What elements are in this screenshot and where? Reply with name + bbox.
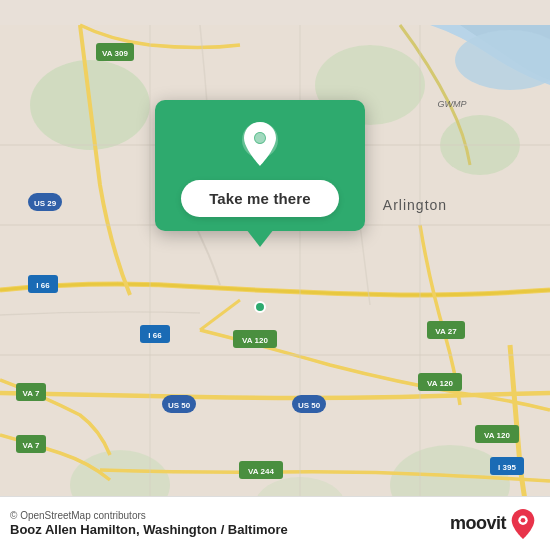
map-svg: VA 309 US 29 I 66 I 66 VA 120 VA 7 VA 7 …	[0, 0, 550, 550]
popup-card: Take me there	[155, 100, 365, 231]
svg-point-48	[521, 517, 526, 522]
take-me-there-button[interactable]: Take me there	[181, 180, 339, 217]
location-name: Booz Allen Hamilton, Washington / Baltim…	[10, 522, 288, 537]
svg-text:I 66: I 66	[36, 281, 50, 290]
svg-text:I 66: I 66	[148, 331, 162, 340]
map-container: VA 309 US 29 I 66 I 66 VA 120 VA 7 VA 7 …	[0, 0, 550, 550]
svg-text:VA 309: VA 309	[102, 49, 128, 58]
moovit-logo: moovit	[450, 508, 536, 540]
moovit-wordmark: moovit	[450, 513, 506, 534]
svg-text:VA 27: VA 27	[435, 327, 457, 336]
map-pin-icon	[234, 118, 286, 170]
svg-text:GWMP: GWMP	[438, 99, 467, 109]
svg-text:Arlington: Arlington	[383, 197, 447, 213]
svg-text:VA 120: VA 120	[242, 336, 268, 345]
svg-text:US 50: US 50	[168, 401, 191, 410]
svg-text:VA 7: VA 7	[23, 441, 40, 450]
svg-text:VA 120: VA 120	[427, 379, 453, 388]
osm-credit: © OpenStreetMap contributors	[10, 510, 288, 521]
svg-point-46	[255, 133, 265, 143]
moovit-pin-icon	[510, 508, 536, 540]
svg-point-44	[255, 302, 265, 312]
svg-text:I 395: I 395	[498, 463, 516, 472]
svg-text:VA 7: VA 7	[23, 389, 40, 398]
svg-text:VA 244: VA 244	[248, 467, 274, 476]
svg-text:US 50: US 50	[298, 401, 321, 410]
bottom-bar: © OpenStreetMap contributors Booz Allen …	[0, 496, 550, 550]
bottom-left-info: © OpenStreetMap contributors Booz Allen …	[10, 510, 288, 537]
svg-text:US 29: US 29	[34, 199, 57, 208]
svg-text:VA 120: VA 120	[484, 431, 510, 440]
